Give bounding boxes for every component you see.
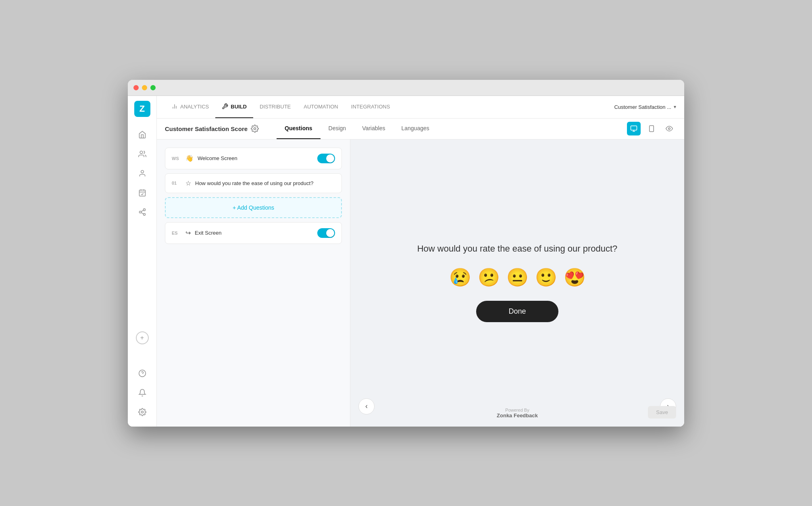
exit-screen-card[interactable]: ES ↪ Exit Screen [165,222,342,244]
tab-build[interactable]: BUILD [215,96,253,118]
sub-nav: Customer Satisfaction Score Questions De… [157,119,684,140]
tab-automation[interactable]: AUTOMATION [297,96,344,118]
question-01-text: How would you rate the ease of using our… [195,180,335,186]
view-mobile-icon[interactable] [645,122,658,135]
tab-integrations-label: INTEGRATIONS [351,104,390,110]
sidebar-item-contacts[interactable] [134,165,150,181]
save-button[interactable]: Save [648,406,676,419]
top-nav: ANALYTICS BUILD DISTRIBUTE AUTOMATION IN… [157,96,684,119]
exit-screen-icon: ↪ [185,229,191,237]
powered-by-line2: Zonka Feedback [497,412,538,419]
tab-languages[interactable]: Languages [393,118,437,139]
done-button[interactable]: Done [476,301,558,322]
tab-integrations[interactable]: INTEGRATIONS [345,96,397,118]
chevron-down-icon: ▾ [674,104,676,110]
tab-design[interactable]: Design [321,118,354,139]
titlebar [128,80,684,96]
add-button[interactable]: + [136,331,149,344]
svg-point-13 [141,411,143,413]
emoji-very-sad[interactable]: 😢 [449,267,471,288]
app-logo[interactable]: Z [134,101,150,117]
emoji-neutral[interactable]: 😐 [506,267,529,288]
emoji-row: 😢 😕 😐 🙂 😍 [449,267,586,288]
svg-point-8 [143,213,145,215]
survey-title-nav[interactable]: Customer Satisfaction ... ▾ [614,104,676,110]
sidebar-item-tasks[interactable] [134,185,150,201]
tab-distribute-label: DISTRIBUTE [260,104,291,110]
welcome-screen-label: WS [172,156,181,161]
svg-point-7 [139,211,141,213]
welcome-screen-toggle[interactable] [317,154,335,163]
survey-name-text: Customer Satisfaction Score [165,125,248,132]
settings-icon[interactable] [251,125,259,133]
view-desktop-icon[interactable] [627,122,641,135]
exit-screen-label: ES [172,231,181,235]
view-icons [627,122,676,135]
view-preview-icon[interactable] [662,122,676,135]
welcome-screen-text: Welcome Screen [198,155,313,161]
minimize-button[interactable] [142,85,147,90]
svg-point-17 [254,128,256,130]
exit-screen-toggle[interactable] [317,228,335,238]
svg-line-9 [141,212,144,214]
close-button[interactable] [133,85,139,90]
tab-languages-label: Languages [401,125,429,131]
tab-questions[interactable]: Questions [277,118,320,139]
add-questions-text: + Add Questions [233,204,274,211]
svg-point-23 [668,128,670,130]
sidebar-item-home[interactable] [134,127,150,143]
tab-variables-label: Variables [362,125,385,131]
survey-name: Customer Satisfaction Score [165,125,259,133]
survey-title-text: Customer Satisfaction ... [614,104,671,110]
app-layout: Z [128,96,684,427]
powered-by-line1: Powered By [505,408,529,412]
prev-arrow[interactable]: ‹ [358,398,375,414]
tab-design-label: Design [329,125,346,131]
tab-analytics[interactable]: ANALYTICS [165,96,215,118]
tab-variables[interactable]: Variables [354,118,393,139]
sub-tabs: Questions Design Variables Languages [277,118,437,139]
tab-distribute[interactable]: DISTRIBUTE [253,96,297,118]
question-card-01[interactable]: 01 ☆ How would you rate the ease of usin… [165,173,342,193]
sidebar-item-help[interactable] [134,365,150,381]
sidebar-item-notifications[interactable] [134,385,150,401]
add-questions-card[interactable]: + Add Questions [165,197,342,218]
preview-question-text: How would you rate the ease of using our… [417,244,618,254]
emoji-happy[interactable]: 🙂 [535,267,557,288]
emoji-love[interactable]: 😍 [564,267,586,288]
tab-analytics-label: ANALYTICS [180,104,209,110]
tab-automation-label: AUTOMATION [304,104,338,110]
svg-line-10 [141,210,144,211]
maximize-button[interactable] [150,85,156,90]
tab-build-label: BUILD [231,104,247,110]
sidebar-item-settings[interactable] [134,404,150,420]
main-content: ANALYTICS BUILD DISTRIBUTE AUTOMATION IN… [157,96,684,427]
welcome-screen-icon: 👋 [185,154,194,162]
svg-point-6 [143,208,145,210]
welcome-screen-card[interactable]: WS 👋 Welcome Screen [165,148,342,169]
preview-content: How would you rate the ease of using our… [417,244,618,322]
content-area: WS 👋 Welcome Screen 01 ☆ How would you r… [157,140,684,427]
question-number-01: 01 [172,181,181,185]
svg-point-1 [141,170,144,173]
sidebar: Z [128,96,157,427]
question-01-icon: ☆ [185,179,191,187]
sidebar-item-reports[interactable] [134,146,150,162]
mac-window: Z [128,80,684,427]
svg-rect-2 [139,190,145,196]
svg-rect-18 [631,126,637,130]
tab-questions-label: Questions [285,125,312,131]
exit-screen-text: Exit Screen [195,230,313,236]
questions-panel: WS 👋 Welcome Screen 01 ☆ How would you r… [157,140,350,427]
preview-panel: How would you rate the ease of using our… [350,140,684,427]
sidebar-item-flows[interactable] [134,204,150,220]
svg-point-0 [140,151,143,154]
powered-by: Powered By Zonka Feedback [497,408,538,419]
emoji-sad[interactable]: 😕 [478,267,500,288]
